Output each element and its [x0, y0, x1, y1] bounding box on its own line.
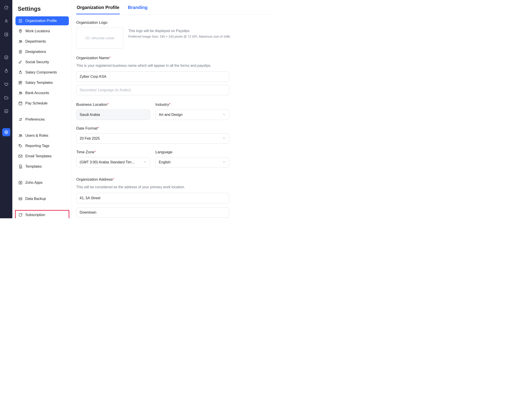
timezone-label: Time Zone* [76, 150, 150, 154]
sidebar-item-salary-templates[interactable]: Salary Templates [15, 78, 69, 87]
address-label: Organization Address* [76, 177, 269, 182]
arrow-box-icon [4, 32, 8, 37]
database-icon [18, 196, 23, 201]
sliders-icon [18, 117, 23, 122]
address-help: This will be considered as the address o… [76, 184, 269, 190]
sidebar-item-label: Salary Components [25, 70, 57, 75]
template-icon [18, 81, 23, 85]
sidebar-item-label: Salary Templates [25, 81, 53, 85]
language-select[interactable]: English [155, 157, 229, 167]
address-line2-input[interactable] [76, 207, 229, 218]
sidebar-item-salary-components[interactable]: Salary Components [15, 68, 69, 77]
upload-logo-label: UPLOAD LOGO [92, 37, 114, 40]
sidebar-item-label: Organization Profile [25, 19, 57, 23]
svg-point-22 [21, 135, 22, 135]
sidebar-item-pay-schedule[interactable]: Pay Schedule [15, 99, 69, 108]
logo-hints: This logo will be displayed on Payslips.… [128, 28, 231, 38]
check-box-icon [4, 55, 8, 60]
svg-point-5 [6, 132, 7, 133]
rail-dashboard[interactable] [2, 4, 10, 12]
org-name-help: This is your registered business name wh… [76, 63, 269, 68]
svg-point-16 [19, 92, 20, 93]
svg-point-7 [20, 30, 21, 31]
mail-icon [18, 154, 23, 158]
sidebar-item-templates[interactable]: Templates [15, 162, 69, 171]
main-content: Organization Profile Branding Organizati… [72, 0, 274, 218]
rail-approvals[interactable] [2, 53, 10, 61]
industry-select[interactable]: Art and Design [155, 110, 229, 120]
rail-people[interactable] [2, 17, 10, 25]
chevron-down-icon [143, 160, 147, 165]
sidebar-item-zoho-apps[interactable]: Zoho Apps [15, 178, 69, 187]
upload-logo-button[interactable]: UPLOAD LOGO [76, 28, 123, 49]
sidebar-item-label: Reporting Tags [25, 144, 49, 148]
tab-branding[interactable]: Branding [127, 1, 148, 14]
svg-rect-3 [5, 56, 8, 59]
page-title: Settings [15, 5, 69, 16]
sidebar-item-preferences[interactable]: Preferences [15, 115, 69, 124]
rail-benefits[interactable] [2, 80, 10, 88]
svg-rect-13 [19, 81, 20, 82]
sidebar-item-designations[interactable]: Designations [15, 47, 69, 56]
money-bag-icon [18, 70, 23, 75]
tab-organization-profile[interactable]: Organization Profile [76, 1, 120, 14]
svg-point-21 [19, 135, 20, 135]
sidebar-item-social-security[interactable]: Social Security [15, 58, 69, 67]
svg-point-20 [20, 120, 21, 120]
sidebar-item-email-templates[interactable]: Email Templates [15, 152, 69, 161]
date-format-label: Date Format* [76, 126, 229, 131]
tabs: Organization Profile Branding [72, 1, 274, 15]
money-bag-icon [4, 68, 8, 73]
svg-point-23 [19, 145, 20, 145]
rail-documents[interactable] [2, 94, 10, 102]
svg-rect-14 [21, 81, 22, 82]
rail-payruns[interactable] [2, 30, 10, 38]
svg-point-17 [21, 92, 22, 93]
tag-icon [18, 144, 23, 148]
svg-rect-15 [19, 83, 20, 84]
address-line1-input[interactable] [76, 193, 229, 203]
gauge-icon [4, 5, 8, 10]
sidebar-item-bank-accounts[interactable]: Bank Accounts [15, 89, 69, 98]
logo-hint-2: Preferred Image Size: 240 × 240 pixels @… [128, 35, 231, 38]
sidebar-item-organization-profile[interactable]: Organization Profile [15, 16, 69, 25]
file-icon [18, 164, 23, 169]
svg-point-8 [19, 40, 20, 41]
timezone-select[interactable]: (GMT 3:00) Arabia Standard Tim… [76, 157, 150, 167]
date-format-select[interactable]: 20 Feb 2025 [76, 133, 229, 144]
rail-loans[interactable] [2, 67, 10, 75]
sidebar-item-departments[interactable]: Departments [15, 37, 69, 46]
refresh-icon [18, 213, 23, 217]
icon-rail [0, 0, 12, 218]
sidebar-item-work-locations[interactable]: Work Locations [15, 27, 69, 36]
z-app-icon [18, 180, 23, 185]
sidebar-item-reporting-tags[interactable]: Reporting Tags [15, 142, 69, 150]
svg-rect-18 [19, 102, 22, 105]
sidebar-item-data-backup[interactable]: Data Backup [15, 194, 69, 203]
sidebar-item-label: Work Locations [25, 29, 50, 33]
gear-icon [4, 130, 8, 135]
language-label: Language [155, 150, 229, 154]
building-icon [18, 19, 23, 23]
sidebar-item-label: Email Templates [25, 154, 52, 158]
secondary-language-input[interactable] [76, 85, 229, 95]
sidebar-item-label: Data Backup [25, 197, 46, 201]
sidebar-item-label: Bank Accounts [25, 91, 49, 95]
sidebar-item-label: Preferences [25, 117, 45, 121]
rail-settings[interactable] [2, 128, 10, 136]
sidebar-item-label: Templates [25, 165, 42, 169]
sidebar-item-users-roles[interactable]: Users & Roles [15, 131, 69, 140]
svg-point-9 [21, 40, 22, 41]
sidebar-item-label: Subscription [25, 213, 45, 217]
calendar-icon [18, 101, 23, 105]
logo-hint-1: This logo will be displayed on Payslips. [128, 29, 231, 33]
svg-rect-24 [19, 155, 22, 158]
bar-chart-icon [4, 109, 8, 113]
sidebar-item-subscription[interactable]: Subscription [15, 210, 69, 218]
org-name-input[interactable] [76, 72, 229, 82]
folder-icon [4, 96, 8, 100]
svg-rect-6 [19, 19, 22, 22]
sidebar-item-label: Zoho Apps [25, 181, 43, 185]
rail-reports[interactable] [2, 107, 10, 115]
sidebar-item-label: Departments [25, 39, 46, 44]
